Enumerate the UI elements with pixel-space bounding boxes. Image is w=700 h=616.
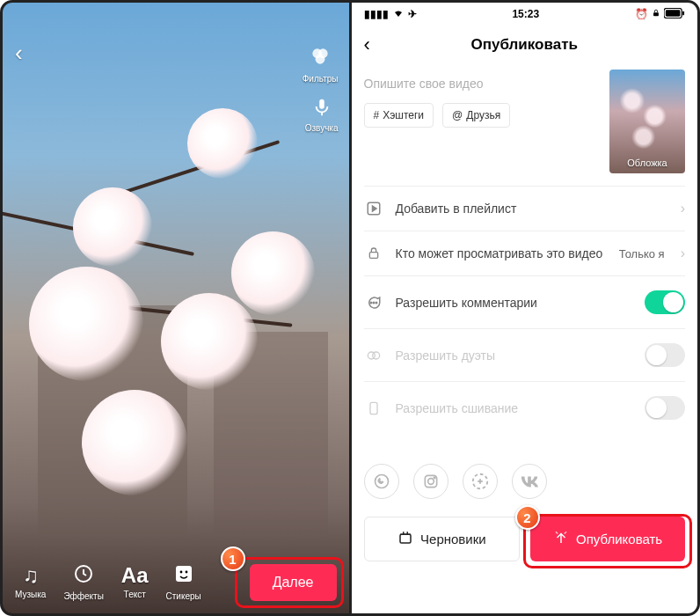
tutorial-step-badge-1: 1 (221, 546, 245, 571)
svg-point-16 (370, 302, 372, 304)
publish-button[interactable]: Опубликовать (530, 517, 685, 561)
duets-toggle (645, 343, 685, 367)
lock-icon (652, 8, 660, 21)
filters-label: Фильтры (303, 74, 339, 84)
tutorial-step-badge-2: 2 (515, 505, 540, 530)
svg-rect-9 (653, 12, 659, 16)
drafts-button[interactable]: Черновики (364, 517, 521, 561)
back-chevron-icon[interactable]: ‹ (364, 33, 370, 56)
compose-area: Опишите свое видео # Хэштеги @ Друзья Об… (352, 64, 698, 173)
share-row (352, 457, 698, 511)
edit-screen: ‹ Фильтры Озвучка ♫ Музыка Эффекты (3, 3, 349, 613)
music-label: Музыка (15, 590, 46, 599)
page-title: Опубликовать (471, 36, 578, 54)
effects-icon (73, 563, 94, 588)
friends-chip[interactable]: @ Друзья (442, 103, 510, 128)
stitch-label: Разрешить сшивание (396, 400, 633, 416)
svg-rect-6 (176, 566, 192, 582)
filters-icon (309, 45, 332, 71)
stitch-icon (364, 400, 383, 416)
share-vk[interactable] (512, 464, 547, 499)
chevron-right-icon: › (681, 246, 685, 261)
svg-marker-14 (372, 206, 376, 211)
effects-tool[interactable]: Эффекты (63, 563, 103, 601)
tutorial-frame: ‹ Фильтры Озвучка ♫ Музыка Эффекты (0, 0, 700, 616)
svg-point-17 (373, 302, 375, 304)
svg-point-18 (376, 302, 377, 304)
navbar: ‹ Опубликовать (352, 26, 698, 64)
edit-toolbar: ♫ Музыка Эффекты Aa Текст Стикеры Дале (15, 563, 337, 601)
svg-point-8 (185, 571, 187, 574)
stitch-toggle (645, 396, 685, 420)
share-whatsapp[interactable] (364, 464, 399, 499)
voiceover-button[interactable]: Озвучка (305, 98, 339, 133)
playlist-icon (364, 201, 383, 216)
hashtags-label: Хэштеги (383, 109, 424, 121)
svg-rect-12 (682, 11, 684, 15)
wifi-icon (392, 8, 405, 21)
comments-row: Разрешить комментарии (352, 276, 698, 328)
friends-label: Друзья (466, 109, 500, 121)
svg-rect-15 (369, 253, 377, 259)
text-tool[interactable]: Aa Текст (121, 565, 149, 599)
mention-icon: @ (452, 109, 463, 121)
caption-input[interactable]: Опишите свое видео (364, 70, 600, 91)
battery-icon (664, 8, 685, 21)
svg-line-35 (565, 532, 566, 534)
svg-rect-29 (400, 535, 411, 544)
svg-rect-11 (666, 10, 681, 16)
status-time: 15:23 (512, 8, 539, 20)
music-icon: ♫ (23, 565, 39, 586)
stickers-icon (173, 563, 194, 588)
svg-rect-3 (319, 99, 324, 109)
publish-icon (553, 530, 569, 548)
status-bar: ▮▮▮▮ ✈ 15:23 ⏰ (352, 3, 698, 26)
svg-rect-21 (370, 402, 377, 414)
svg-point-7 (179, 571, 182, 574)
voiceover-label: Озвучка (305, 123, 339, 133)
privacy-value: Только я (619, 247, 665, 260)
text-label: Текст (124, 590, 146, 599)
hash-icon: # (374, 109, 380, 121)
comments-label: Разрешить комментарии (396, 295, 633, 311)
svg-point-2 (316, 55, 325, 64)
airplane-icon: ✈ (408, 8, 417, 20)
duets-label: Разрешить дуэты (396, 348, 633, 363)
duet-icon (364, 348, 383, 363)
drafts-icon (397, 530, 413, 548)
playlist-label: Добавить в плейлист (396, 201, 668, 216)
music-tool[interactable]: ♫ Музыка (15, 565, 46, 599)
text-icon: Aa (121, 565, 149, 586)
stickers-label: Стикеры (166, 591, 201, 601)
privacy-row[interactable]: Кто может просматривать это видео Только… (352, 231, 698, 275)
svg-point-25 (434, 477, 435, 479)
stitch-row: Разрешить сшивание (352, 382, 698, 434)
lock-icon (364, 246, 383, 261)
back-chevron-icon[interactable]: ‹ (15, 40, 23, 67)
cover-thumbnail[interactable]: Обложка (609, 70, 685, 173)
duets-row: Разрешить дуэты (352, 329, 698, 381)
svg-point-24 (427, 479, 434, 485)
effects-label: Эффекты (63, 591, 103, 601)
privacy-label: Кто может просматривать это видео (396, 246, 607, 261)
share-instagram[interactable] (413, 464, 448, 499)
publish-screen: ▮▮▮▮ ✈ 15:23 ⏰ ‹ Опубликовать (352, 3, 698, 613)
filters-button[interactable]: Фильтры (303, 45, 339, 84)
playlist-row[interactable]: Добавить в плейлист › (352, 187, 698, 231)
alarm-icon: ⏰ (635, 8, 648, 20)
signal-icon: ▮▮▮▮ (364, 8, 389, 20)
svg-point-20 (372, 352, 379, 359)
action-buttons: Черновики Опубликовать 2 (352, 511, 698, 577)
stickers-tool[interactable]: Стикеры (166, 563, 201, 601)
comments-toggle[interactable] (645, 290, 685, 314)
publish-label: Опубликовать (576, 532, 662, 546)
hashtags-chip[interactable]: # Хэштеги (364, 103, 434, 128)
comment-icon (364, 295, 383, 311)
mic-icon (312, 98, 332, 121)
cover-label: Обложка (627, 158, 667, 168)
chevron-right-icon: › (681, 201, 685, 216)
share-stories[interactable] (463, 464, 498, 499)
drafts-label: Черновики (420, 532, 486, 546)
next-button[interactable]: Далее (250, 564, 337, 601)
svg-line-34 (556, 532, 558, 534)
